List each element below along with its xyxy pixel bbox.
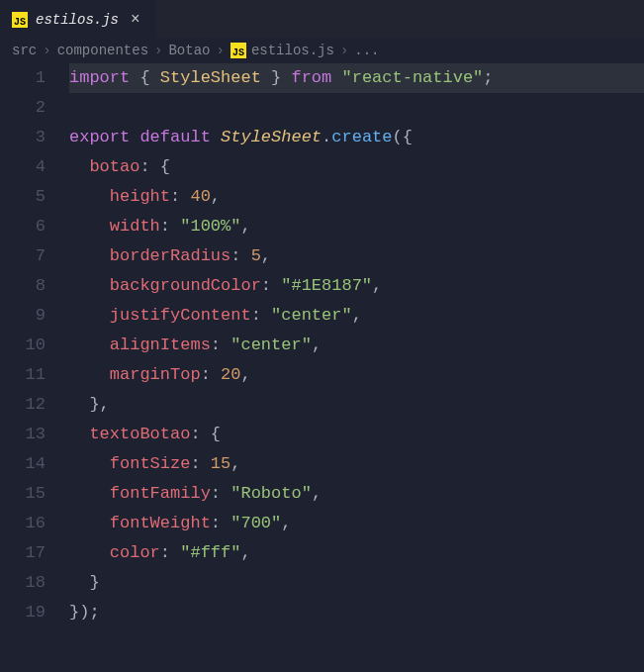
code-line[interactable]: fontFamily: "Roboto", xyxy=(69,479,644,509)
line-number: 11 xyxy=(0,360,46,390)
line-number: 3 xyxy=(0,123,46,152)
code-line[interactable]: justifyContent: "center", xyxy=(69,301,644,331)
code-line[interactable]: color: "#fff", xyxy=(69,538,644,568)
code-line[interactable]: } xyxy=(69,568,644,598)
code-line[interactable]: import { StyleSheet } from "react-native… xyxy=(69,63,644,93)
breadcrumb-item[interactable]: src xyxy=(12,43,37,58)
line-number: 4 xyxy=(0,152,46,182)
code-line[interactable] xyxy=(69,93,644,123)
chevron-right-icon: › xyxy=(216,43,224,58)
code-line[interactable]: fontWeight: "700", xyxy=(69,509,644,538)
breadcrumb: src › componentes › Botao › JS estilos.j… xyxy=(0,38,644,63)
breadcrumb-item[interactable]: componentes xyxy=(57,43,148,58)
line-number: 9 xyxy=(0,301,46,331)
line-number: 2 xyxy=(0,93,46,123)
breadcrumb-item[interactable]: JS estilos.js xyxy=(230,43,334,58)
line-number: 15 xyxy=(0,479,46,509)
code-line[interactable]: width: "100%", xyxy=(69,212,644,241)
line-number: 7 xyxy=(0,241,46,271)
line-number: 13 xyxy=(0,420,46,449)
code-content[interactable]: import { StyleSheet } from "react-native… xyxy=(69,63,644,627)
code-editor[interactable]: 12345678910111213141516171819 import { S… xyxy=(0,63,644,627)
breadcrumb-item[interactable]: Botao xyxy=(168,43,210,58)
line-number: 5 xyxy=(0,182,46,212)
close-icon[interactable]: × xyxy=(127,11,144,29)
line-number: 10 xyxy=(0,331,46,360)
tab-bar: JS estilos.js × xyxy=(0,0,644,38)
line-number: 12 xyxy=(0,390,46,420)
breadcrumb-label: estilos.js xyxy=(251,43,334,58)
code-line[interactable]: backgroundColor: "#1E8187", xyxy=(69,271,644,301)
chevron-right-icon: › xyxy=(340,43,348,58)
code-line[interactable]: }, xyxy=(69,390,644,420)
code-line[interactable]: fontSize: 15, xyxy=(69,449,644,479)
line-number: 8 xyxy=(0,271,46,301)
editor-tab[interactable]: JS estilos.js × xyxy=(0,0,156,38)
line-number: 6 xyxy=(0,212,46,241)
tab-filename: estilos.js xyxy=(36,12,119,28)
line-number: 14 xyxy=(0,449,46,479)
code-line[interactable]: alignItems: "center", xyxy=(69,331,644,360)
breadcrumb-item[interactable]: ... xyxy=(354,43,379,58)
line-number: 1 xyxy=(0,63,46,93)
code-line[interactable]: borderRadius: 5, xyxy=(69,241,644,271)
code-line[interactable]: marginTop: 20, xyxy=(69,360,644,390)
js-file-icon: JS xyxy=(12,12,28,28)
code-line[interactable]: height: 40, xyxy=(69,182,644,212)
line-number: 16 xyxy=(0,509,46,538)
line-number-gutter: 12345678910111213141516171819 xyxy=(0,63,69,627)
code-line[interactable]: textoBotao: { xyxy=(69,420,644,449)
js-file-icon: JS xyxy=(230,43,246,58)
line-number: 19 xyxy=(0,598,46,627)
code-line[interactable]: }); xyxy=(69,598,644,627)
chevron-right-icon: › xyxy=(154,43,162,58)
code-line[interactable]: export default StyleSheet.create({ xyxy=(69,123,644,152)
line-number: 18 xyxy=(0,568,46,598)
chevron-right-icon: › xyxy=(43,43,50,58)
code-line[interactable]: botao: { xyxy=(69,152,644,182)
line-number: 17 xyxy=(0,538,46,568)
